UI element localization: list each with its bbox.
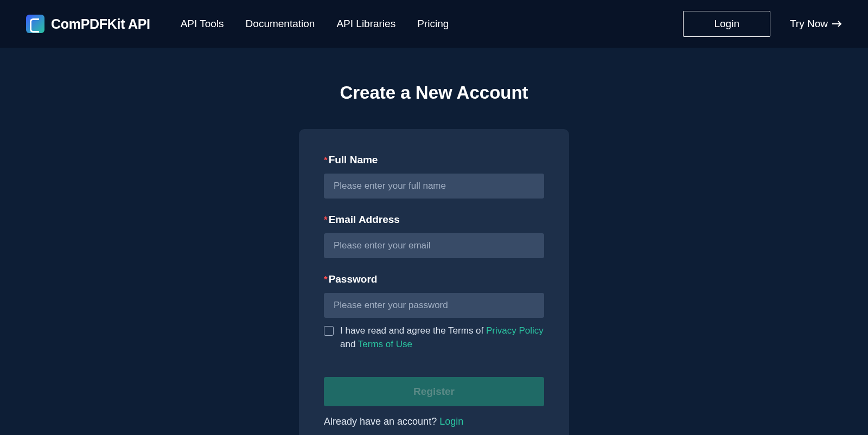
try-now-label: Try Now	[790, 18, 828, 30]
brand-name: ComPDFKit API	[51, 16, 150, 32]
label-text: Password	[329, 273, 378, 285]
field-full-name: * Full Name	[324, 154, 544, 199]
password-input[interactable]	[324, 293, 544, 318]
nav-api-tools[interactable]: API Tools	[181, 18, 224, 30]
main-nav: API Tools Documentation API Libraries Pr…	[181, 18, 449, 30]
page-title: Create a New Account	[340, 82, 528, 103]
main-header: ComPDFKit API API Tools Documentation AP…	[0, 0, 868, 48]
nav-pricing[interactable]: Pricing	[417, 18, 449, 30]
already-have-account: Already have an account? Login	[324, 416, 544, 427]
privacy-policy-link[interactable]: Privacy Policy	[486, 325, 544, 336]
terms-of-use-link[interactable]: Terms of Use	[358, 339, 412, 349]
logo-group[interactable]: ComPDFKit API	[26, 15, 150, 33]
header-right: Login Try Now	[683, 11, 842, 37]
email-input[interactable]	[324, 233, 544, 258]
brand-logo-icon	[26, 15, 44, 33]
required-asterisk: *	[324, 215, 328, 226]
arrow-right-icon	[832, 21, 842, 27]
email-label: * Email Address	[324, 214, 544, 226]
agree-text: I have read and agree the Terms of Priva…	[340, 324, 544, 351]
signup-card: * Full Name * Email Address * Password I…	[299, 129, 569, 435]
agree-checkbox[interactable]	[324, 326, 334, 336]
login-button[interactable]: Login	[683, 11, 770, 37]
full-name-input[interactable]	[324, 174, 544, 199]
full-name-label: * Full Name	[324, 154, 544, 166]
try-now-link[interactable]: Try Now	[790, 18, 842, 30]
already-text: Already have an account?	[324, 416, 439, 427]
nav-documentation[interactable]: Documentation	[246, 18, 315, 30]
required-asterisk: *	[324, 155, 328, 166]
field-password: * Password	[324, 273, 544, 318]
label-text: Email Address	[329, 214, 400, 226]
nav-api-libraries[interactable]: API Libraries	[336, 18, 395, 30]
main-content: Create a New Account * Full Name * Email…	[0, 48, 868, 435]
agree-text-prefix: I have read and agree the Terms of	[340, 325, 486, 336]
label-text: Full Name	[329, 154, 378, 166]
agree-terms-row: I have read and agree the Terms of Priva…	[324, 324, 544, 351]
password-label: * Password	[324, 273, 544, 285]
field-email: * Email Address	[324, 214, 544, 258]
register-button[interactable]: Register	[324, 377, 544, 406]
required-asterisk: *	[324, 274, 328, 285]
agree-text-mid: and	[340, 339, 358, 349]
login-link[interactable]: Login	[439, 416, 463, 427]
